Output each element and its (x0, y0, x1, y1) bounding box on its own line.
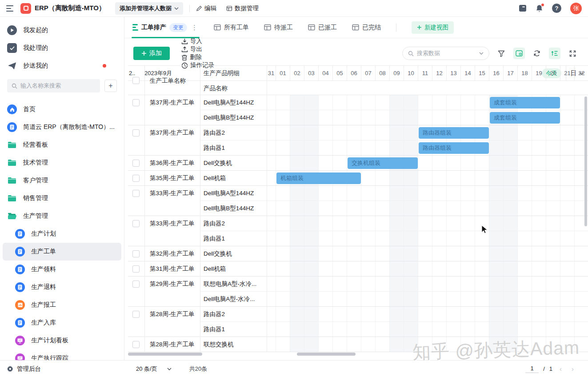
sidebar-item-生产管理[interactable]: 生产管理 (0, 207, 124, 225)
day-header-cell: 02 (290, 66, 304, 80)
sidebar-item-label: 销售管理 (23, 194, 48, 202)
card-view-icon[interactable] (513, 48, 525, 59)
page-number-input[interactable]: 1 (525, 365, 539, 373)
gantt-bar[interactable]: 路由器组装 (419, 127, 489, 139)
filter-icon[interactable] (496, 48, 507, 59)
sidebar-item-生产执行跟踪[interactable]: 生产执行跟踪 (0, 349, 124, 360)
row-checkbox[interactable] (132, 99, 140, 106)
sidebar-item-首页[interactable]: 首页 (0, 100, 124, 118)
row-checkbox[interactable] (132, 341, 140, 348)
order-name-cell: 第33周-生产工单 (144, 216, 200, 231)
删除-button[interactable]: 删除 (181, 53, 214, 61)
sidebar-item-销售管理[interactable]: 销售管理 (0, 189, 124, 207)
admin-backend-button[interactable]: 管理后台 (0, 365, 124, 373)
sidebar-item-生产报工[interactable]: 生产报工 (0, 296, 124, 314)
gantt-hscrollbar[interactable] (297, 353, 356, 356)
sidebar-item-经营看板[interactable]: 经营看板 (0, 136, 124, 154)
help-icon[interactable]: ? (552, 4, 561, 13)
left-pane-hscrollbar[interactable] (128, 353, 202, 356)
edit-button[interactable]: 编辑 (196, 4, 216, 12)
gantt-bar[interactable]: 路由器组装 (419, 142, 489, 154)
new-view-button[interactable]: 新建视图 (412, 21, 454, 34)
row-checkbox[interactable] (132, 190, 140, 197)
chevron-down-icon (479, 52, 484, 55)
product-name-cell: 联想电脑A型-水冷... (200, 277, 267, 292)
row-checkbox[interactable] (132, 160, 140, 167)
toolbar: 添加 导入导出删除操作记录 搜索数据 (133, 46, 578, 60)
sidebar-item-我发起的[interactable]: 我发起的 (0, 21, 124, 39)
day-header-cell: 03 (304, 66, 319, 80)
order-name-cell: 第31周-生产工单 (144, 261, 200, 277)
sidebar-item-label: 首页 (23, 105, 36, 113)
home-icon (7, 104, 17, 114)
day-header-cell: 08 (376, 66, 390, 80)
tab-已完结[interactable]: 已完结 (352, 17, 381, 38)
day-header-cell: 22 (575, 66, 588, 80)
导入-button[interactable]: 导入 (181, 37, 214, 45)
add-app-button[interactable]: + (104, 80, 117, 92)
search-placeholder: 搜索数据 (417, 49, 440, 57)
tab-所有工单[interactable]: 所有工单 (214, 17, 249, 38)
page-size-dropdown[interactable]: 20 条/页 (136, 365, 172, 373)
doc-icon (15, 265, 25, 274)
row-checkbox[interactable] (132, 311, 140, 318)
sidebar-item-抄送我的[interactable]: 抄送我的 (0, 57, 124, 75)
fullscreen-icon[interactable] (567, 48, 578, 59)
day-header-cell: 14 (461, 66, 475, 80)
day-header-cell: 31 (267, 66, 276, 80)
sidebar-item-生产入库[interactable]: 生产入库 (0, 314, 124, 332)
day-column (489, 95, 504, 352)
avatar[interactable]: 张 (570, 3, 582, 14)
day-column (518, 95, 532, 352)
row-checkbox[interactable] (132, 281, 140, 288)
collapse-menu-icon[interactable] (6, 5, 14, 12)
tab-已派工[interactable]: 已派工 (308, 17, 337, 38)
row-checkbox[interactable] (132, 175, 140, 182)
product-name-cell: Dell电脑A型144HZ (200, 95, 267, 110)
sidebar-item-生产计划看板[interactable]: 生产计划看板 (0, 332, 124, 349)
refresh-icon[interactable] (531, 48, 543, 59)
sidebar-item-生产领料[interactable]: 生产领料 (0, 261, 124, 278)
sidebar-item-生产工单[interactable]: 生产工单 (3, 243, 121, 261)
tab-工单排产[interactable]: 工单排产变更⋮ (132, 17, 199, 38)
group-separator (128, 352, 588, 352)
tab-more-icon[interactable]: ⋮ (190, 24, 199, 32)
导出-button[interactable]: 导出 (181, 45, 214, 53)
gantt-bar[interactable]: 成套组装 (490, 112, 560, 124)
gantt-bar[interactable]: 交换机组装 (348, 157, 418, 169)
gantt-bar[interactable]: 成套组装 (490, 97, 560, 108)
day-header-cell: 15 (475, 66, 489, 80)
day-header-cell: 20 (546, 66, 560, 80)
row-checkbox[interactable] (132, 220, 140, 227)
sidebar-item-简道云 ERP（离散制造-MTO）...[interactable]: 简道云 ERP（离散制造-MTO）... (0, 118, 124, 136)
sidebar-item-客户管理[interactable]: 客户管理 (0, 172, 124, 189)
notifications-bell-icon[interactable] (536, 4, 543, 12)
row-checkbox[interactable] (132, 265, 140, 273)
sidebar-search-input[interactable]: 输入名称来搜索 (7, 79, 100, 92)
product-name-cell: 路由器2 (200, 216, 267, 231)
sidebar-item-我处理的[interactable]: 我处理的 (0, 39, 124, 57)
data-scope-dropdown[interactable]: 添加并管理本人数据 (115, 2, 183, 15)
vertical-scrollbar[interactable] (584, 96, 587, 226)
sidebar-item-生产退料[interactable]: 生产退料 (0, 278, 124, 296)
row-checkbox[interactable] (132, 250, 140, 257)
order-name-cell: 第29周-生产工单 (144, 277, 200, 292)
tab-待派工[interactable]: 待派工 (264, 17, 293, 38)
sidebar-item-生产计划[interactable]: 生产计划 (0, 225, 124, 243)
sidebar-item-label: 技术管理 (23, 159, 48, 167)
search-data-input[interactable]: 搜索数据 (402, 47, 489, 60)
detail-column-header: 生产产品明细 (200, 66, 267, 81)
product-name-cell: Dell电脑A型144HZ (200, 186, 267, 201)
month-label: 2023年9月 (144, 66, 172, 81)
data-manage-button[interactable]: 数据管理 (226, 4, 259, 12)
add-label: 添加 (149, 49, 162, 57)
sidebar-item-技术管理[interactable]: 技术管理 (0, 154, 124, 172)
notebook-icon[interactable] (519, 4, 527, 12)
next-page-icon[interactable]: › (569, 365, 576, 373)
level-sort-icon[interactable] (549, 48, 560, 59)
export-icon (181, 46, 188, 53)
prev-page-icon[interactable]: ‹ (557, 365, 564, 373)
gantt-bar[interactable]: 机箱组装 (276, 172, 361, 184)
add-button[interactable]: 添加 (133, 47, 170, 60)
row-checkbox[interactable] (132, 129, 140, 136)
